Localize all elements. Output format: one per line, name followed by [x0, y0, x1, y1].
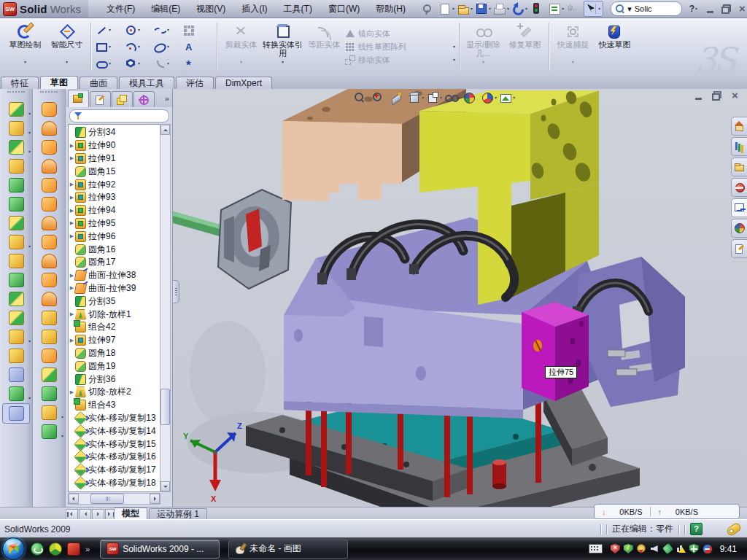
toolbar-button[interactable]: ▾ [0, 195, 32, 214]
scroll-up-button[interactable] [160, 125, 170, 135]
chevron-down-icon[interactable]: ▾ [24, 60, 26, 64]
tree-item[interactable]: ▶分割34 [69, 126, 160, 139]
chevron-down-icon[interactable]: ▾ [422, 96, 424, 100]
chevron-down-icon[interactable]: ▾ [138, 28, 140, 32]
chevron-down-icon[interactable]: ▾ [66, 60, 68, 64]
keyboard-layout-icon[interactable] [589, 544, 603, 553]
ribbon-button[interactable]: 快速草图▾ [594, 18, 635, 75]
view-tool-button[interactable]: ▾ [409, 92, 425, 104]
ribbon-button[interactable]: 修复草图▾ [504, 18, 546, 75]
tree-item[interactable]: ▶圆角17 [69, 256, 160, 269]
tree-item[interactable]: ▶分割35 [69, 295, 160, 308]
model-slide-part[interactable] [173, 190, 291, 289]
toolbar-button[interactable]: ▾ [0, 346, 32, 365]
tray-icon[interactable] [637, 544, 646, 553]
ribbon-tab[interactable]: 评估 [176, 77, 214, 89]
expand-arrow-icon[interactable]: ▶ [69, 182, 75, 187]
tray-icon[interactable] [689, 544, 699, 553]
chevron-down-icon[interactable]: ▾ [453, 44, 455, 49]
tree-item[interactable]: ▶曲面-拉伸39 [69, 282, 160, 295]
help-button[interactable]: ? [689, 4, 694, 14]
chevron-down-icon[interactable]: ▾ [440, 96, 442, 100]
task-pane-tab[interactable] [731, 178, 747, 197]
document-tab[interactable]: 运动算例 1 [149, 508, 207, 520]
menu-item[interactable]: 工具(T) [284, 4, 312, 14]
tree-item[interactable]: ▶实体-移动/复制16 [69, 451, 160, 464]
tree-item[interactable]: ▶拉伸93 [69, 191, 160, 204]
toolbar-button[interactable]: ▾ [530, 1, 546, 16]
chevron-down-icon[interactable]: ▾ [513, 96, 515, 100]
select-tool[interactable]: ▾ [584, 1, 603, 17]
tree-item[interactable]: ▶实体-移动/复制13 [69, 412, 160, 425]
expand-arrow-icon[interactable]: ▶ [69, 338, 75, 343]
sketch-entity-button[interactable]: ▾ [125, 55, 154, 72]
toolbar-button[interactable]: ▾ [33, 176, 65, 195]
toolbar-button[interactable]: ▾ [0, 157, 32, 176]
view-tool-button[interactable]: ▾ [481, 92, 498, 104]
view-tool-button[interactable]: ▾ [372, 92, 388, 104]
chevron-down-icon[interactable]: ▾ [282, 60, 284, 64]
toolbar-button[interactable]: ▾ [0, 252, 32, 271]
view-tool-button[interactable]: ▾ [445, 92, 461, 104]
tree-item[interactable]: ▶实体-移动/复制18 [69, 477, 160, 490]
document-tab[interactable]: 模型 [114, 508, 147, 520]
toolbar-button[interactable]: ▾ [33, 252, 65, 271]
tree-item[interactable]: ▶实体-移动/复制17 [69, 464, 160, 477]
chevron-down-icon[interactable]: ▾ [240, 60, 242, 64]
tree-item[interactable]: ▶拉伸94 [69, 204, 160, 217]
toolbar-button[interactable]: ▾ [0, 271, 32, 289]
toolbar-button[interactable]: ▾ [33, 195, 65, 214]
panel-tab[interactable] [112, 91, 133, 107]
search-box[interactable]: ▾ Solic [611, 1, 681, 16]
ribbon-button[interactable]: 草图绘制▾ [4, 18, 46, 75]
tree-item[interactable]: ▶拉伸95 [69, 217, 160, 230]
toolbar-button[interactable]: ▾ [33, 271, 65, 289]
ribbon-button[interactable]: 剪裁实体▾ [220, 18, 262, 75]
toolbar-button[interactable]: ▾ [33, 346, 65, 365]
status-help-icon[interactable]: ? [690, 523, 703, 535]
tray-icon[interactable] [676, 544, 686, 553]
ribbon-tab[interactable]: 草图 [40, 76, 78, 89]
tree-item[interactable]: ▶拉伸92 [69, 178, 160, 191]
sketch-entity-button[interactable]: ▾ [96, 39, 125, 55]
toolbar-button[interactable]: ▾ [420, 1, 437, 16]
start-button[interactable] [2, 537, 25, 560]
close-button[interactable]: × [738, 4, 747, 14]
toolbar-button[interactable]: ▾ [0, 384, 32, 403]
toolbar-button[interactable]: ▾ [0, 233, 32, 252]
menu-item[interactable]: 视图(V) [196, 4, 225, 14]
scroll-left-button[interactable] [69, 494, 79, 504]
expand-arrow-icon[interactable]: ▶ [69, 208, 75, 214]
doc-restore-button[interactable] [712, 91, 721, 101]
ribbon-tab[interactable]: 特征 [1, 77, 39, 89]
toolbar-button[interactable]: ▾ [33, 138, 65, 157]
panel-tab[interactable] [68, 90, 89, 107]
sketch-entity-button[interactable]: ▾ [183, 22, 212, 39]
doc-minimize-button[interactable] [694, 91, 703, 101]
tree-horizontal-scrollbar[interactable] [68, 493, 160, 505]
chevron-down-icon[interactable]: ▾ [507, 7, 509, 11]
tree-item[interactable]: ▶切除-放样2 [69, 386, 160, 399]
chevron-down-icon[interactable]: ▾ [61, 415, 63, 419]
menu-item[interactable]: 插入(I) [241, 4, 267, 14]
tree-item[interactable]: ▶实体-移动/复制15 [69, 438, 160, 451]
chevron-down-icon[interactable]: ▾ [138, 44, 140, 49]
toolbar-button[interactable]: ▾ [33, 327, 65, 346]
sketch-entity-button[interactable]: ▾ [96, 55, 125, 72]
tray-icon[interactable] [624, 544, 633, 553]
tree-item[interactable]: ▶曲面-拉伸38 [69, 269, 160, 282]
tray-icon[interactable] [703, 544, 712, 553]
tree-item[interactable]: ▶组合42 [69, 321, 160, 334]
chevron-down-icon[interactable]: ▾ [489, 7, 491, 11]
view-tool-button[interactable]: ▾ [500, 92, 516, 104]
toolbar-button[interactable]: ▾ [33, 157, 65, 176]
chevron-down-icon[interactable]: ▾ [28, 244, 31, 249]
menu-item[interactable]: 帮助(H) [376, 4, 406, 14]
toolbar-button[interactable]: ▾ [33, 422, 65, 441]
toolbar-button[interactable]: ▾ [33, 308, 65, 327]
chevron-down-icon[interactable]: ▾ [595, 4, 600, 14]
panel-splitter-handle[interactable] [173, 280, 179, 303]
task-pane-tab[interactable] [731, 117, 747, 136]
toolbar-button[interactable]: ▾ [33, 365, 65, 384]
view-tool-button[interactable]: ▾ [390, 92, 406, 104]
